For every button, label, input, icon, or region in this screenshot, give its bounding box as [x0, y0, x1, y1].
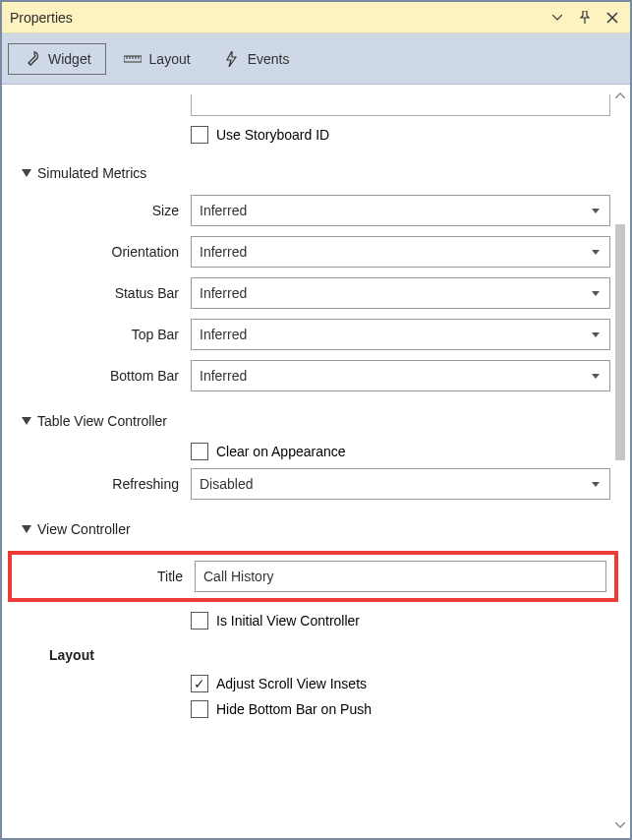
scroll-up-icon[interactable]	[613, 87, 627, 104]
highlighted-title-row: Title	[8, 551, 618, 602]
tab-events-label: Events	[248, 51, 290, 67]
expand-icon	[22, 417, 31, 425]
properties-content: Use Storyboard ID Simulated Metrics Size…	[2, 85, 630, 838]
ruler-icon	[124, 50, 142, 68]
use-storyboard-row: Use Storyboard ID	[191, 126, 610, 144]
section-view-controller[interactable]: View Controller	[22, 521, 610, 537]
dropdown-icon[interactable]	[547, 8, 567, 28]
tab-layout-label: Layout	[149, 51, 191, 67]
wrench-icon	[23, 50, 40, 68]
refreshing-select[interactable]: Disabled	[191, 468, 610, 500]
adjust-scroll-insets-checkbox[interactable]	[191, 675, 208, 692]
orientation-label: Orientation	[16, 244, 191, 260]
titlebar: Properties	[2, 2, 630, 33]
tabbar: Widget Layout Events	[2, 33, 630, 85]
layout-subheader: Layout	[49, 647, 610, 663]
use-storyboard-checkbox[interactable]	[191, 126, 208, 144]
tab-events[interactable]: Events	[208, 44, 304, 74]
adjust-scroll-insets-label: Adjust Scroll View Insets	[216, 676, 367, 691]
close-icon[interactable]	[603, 8, 622, 28]
status-bar-label: Status Bar	[16, 285, 191, 301]
size-select[interactable]: Inferred	[191, 195, 610, 226]
scrollbar[interactable]	[613, 87, 627, 834]
clear-on-appearance-row: Clear on Appearance	[191, 443, 610, 460]
bottom-bar-label: Bottom Bar	[16, 368, 191, 384]
bottom-bar-select[interactable]: Inferred	[191, 360, 610, 391]
section-tvc-label: Table View Controller	[37, 413, 167, 429]
expand-icon	[22, 525, 31, 533]
refreshing-label: Refreshing	[16, 476, 191, 492]
section-vc-label: View Controller	[37, 521, 131, 537]
panel-title: Properties	[10, 10, 547, 26]
lightning-icon	[222, 50, 240, 68]
clear-on-appearance-checkbox[interactable]	[191, 443, 208, 460]
hide-bottom-bar-checkbox[interactable]	[191, 700, 208, 718]
expand-icon	[22, 169, 31, 177]
scroll-down-icon[interactable]	[613, 816, 627, 834]
top-bar-select[interactable]: Inferred	[191, 319, 610, 350]
is-initial-vc-checkbox[interactable]	[191, 612, 208, 630]
title-input[interactable]	[195, 561, 606, 592]
tab-widget[interactable]: Widget	[8, 43, 106, 75]
clear-on-appearance-label: Clear on Appearance	[216, 444, 346, 459]
scroll-thumb[interactable]	[615, 224, 625, 460]
is-initial-vc-row: Is Initial View Controller	[191, 612, 610, 630]
titlebar-buttons	[547, 8, 622, 28]
section-table-view-controller[interactable]: Table View Controller	[22, 413, 610, 429]
adjust-scroll-insets-row: Adjust Scroll View Insets	[191, 675, 610, 692]
status-bar-select[interactable]: Inferred	[191, 277, 610, 309]
orientation-select[interactable]: Inferred	[191, 236, 610, 268]
section-simulated-metrics[interactable]: Simulated Metrics	[22, 165, 610, 181]
hide-bottom-bar-row: Hide Bottom Bar on Push	[191, 700, 610, 718]
use-storyboard-label: Use Storyboard ID	[216, 127, 329, 143]
size-label: Size	[16, 203, 191, 218]
partial-field-above[interactable]	[191, 94, 610, 116]
tab-widget-label: Widget	[48, 51, 91, 67]
hide-bottom-bar-label: Hide Bottom Bar on Push	[216, 701, 372, 717]
title-label: Title	[20, 569, 195, 584]
tab-layout[interactable]: Layout	[110, 44, 204, 74]
section-simulated-metrics-label: Simulated Metrics	[37, 165, 146, 181]
top-bar-label: Top Bar	[16, 327, 191, 342]
is-initial-vc-label: Is Initial View Controller	[216, 613, 360, 629]
pin-icon[interactable]	[575, 8, 595, 28]
